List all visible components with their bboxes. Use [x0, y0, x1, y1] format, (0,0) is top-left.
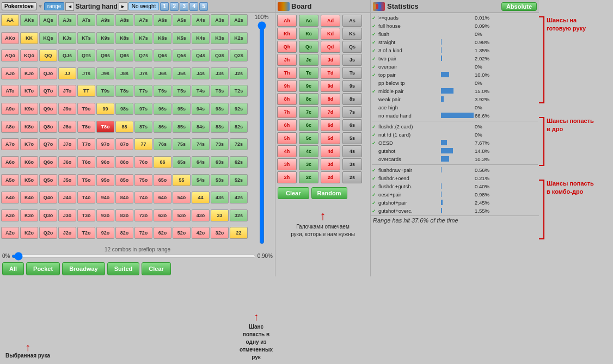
matrix-cell[interactable]: A3s: [211, 14, 229, 26]
matrix-cell[interactable]: 98s: [115, 103, 133, 115]
matrix-cell[interactable]: K8s: [115, 32, 133, 44]
board-card[interactable]: Kd: [321, 28, 340, 40]
matrix-cell[interactable]: 96s: [154, 103, 171, 115]
matrix-cell[interactable]: J9o: [58, 103, 76, 115]
board-card[interactable]: Qh: [277, 41, 297, 53]
matrix-cell[interactable]: 92o: [96, 227, 114, 239]
matrix-cell[interactable]: A6o: [1, 156, 19, 168]
matrix-cell[interactable]: 42s: [230, 192, 248, 203]
board-card[interactable]: Th: [277, 67, 297, 79]
matrix-cell[interactable]: AJs: [58, 14, 76, 26]
matrix-cell[interactable]: T4s: [192, 85, 210, 97]
board-card[interactable]: Kh: [277, 28, 297, 40]
matrix-cell[interactable]: T8s: [115, 85, 133, 97]
board-card[interactable]: 3c: [299, 158, 318, 170]
matrix-cell[interactable]: 85s: [173, 121, 191, 133]
matrix-cell[interactable]: 96o: [96, 156, 114, 168]
matrix-cell[interactable]: T8o: [77, 121, 95, 133]
num-btn-1[interactable]: 1: [160, 2, 169, 11]
matrix-cell[interactable]: AJo: [1, 67, 19, 79]
matrix-cell[interactable]: 83s: [211, 121, 229, 133]
matrix-cell[interactable]: J4o: [58, 192, 76, 203]
random-board-button[interactable]: Random: [311, 187, 347, 199]
matrix-cell[interactable]: KJs: [58, 32, 76, 44]
matrix-cell[interactable]: KJo: [20, 67, 38, 79]
board-card[interactable]: Ac: [299, 15, 318, 27]
matrix-cell[interactable]: K3s: [211, 32, 229, 44]
matrix-cell[interactable]: 87o: [115, 138, 133, 150]
pokerstove-button[interactable]: Pokerstove: [2, 2, 36, 10]
matrix-cell[interactable]: K8o: [20, 121, 38, 133]
prev-button[interactable]: ◄: [65, 2, 74, 11]
matrix-cell[interactable]: K7o: [20, 138, 38, 150]
board-card[interactable]: 8d: [321, 93, 340, 105]
matrix-cell[interactable]: A7s: [134, 14, 152, 26]
matrix-cell[interactable]: 33: [211, 209, 229, 221]
matrix-cell[interactable]: Q8s: [115, 50, 133, 61]
matrix-cell[interactable]: 75s: [173, 138, 191, 150]
board-card[interactable]: Qs: [342, 41, 362, 53]
board-card[interactable]: 3d: [321, 158, 340, 170]
matrix-cell[interactable]: J5o: [58, 174, 76, 186]
matrix-cell[interactable]: JTo: [58, 85, 76, 97]
matrix-cell[interactable]: 82o: [115, 227, 133, 239]
board-card[interactable]: 8s: [342, 93, 362, 105]
matrix-cell[interactable]: J6s: [154, 67, 171, 79]
weight-slider[interactable]: [256, 21, 267, 244]
matrix-cell[interactable]: A9s: [96, 14, 114, 26]
matrix-cell[interactable]: Q9o: [39, 103, 57, 115]
board-card[interactable]: 9s: [342, 80, 362, 92]
board-card[interactable]: Qd: [321, 41, 340, 53]
no-weight-button[interactable]: No weight: [128, 2, 159, 10]
matrix-cell[interactable]: JTs: [77, 67, 95, 79]
matrix-cell[interactable]: QTs: [77, 50, 95, 61]
board-card[interactable]: Kc: [299, 28, 318, 40]
board-card[interactable]: 5s: [342, 132, 362, 144]
absolute-button[interactable]: Absolute: [501, 2, 537, 11]
matrix-cell[interactable]: Q2o: [39, 227, 57, 239]
matrix-cell[interactable]: T6o: [77, 156, 95, 168]
matrix-cell[interactable]: 92s: [230, 103, 248, 115]
matrix-cell[interactable]: T4o: [77, 192, 95, 203]
matrix-cell[interactable]: T2s: [230, 85, 248, 97]
range-slider[interactable]: [11, 255, 255, 258]
matrix-cell[interactable]: J6o: [58, 156, 76, 168]
matrix-cell[interactable]: 74s: [192, 138, 210, 150]
matrix-cell[interactable]: 94o: [96, 192, 114, 203]
matrix-cell[interactable]: 32s: [230, 209, 248, 221]
matrix-cell[interactable]: K2s: [230, 32, 248, 44]
matrix-cell[interactable]: T2o: [77, 227, 95, 239]
matrix-cell[interactable]: Q5s: [173, 50, 191, 61]
board-card[interactable]: 5h: [277, 132, 297, 144]
matrix-cell[interactable]: J7s: [134, 67, 152, 79]
matrix-cell[interactable]: T7s: [134, 85, 152, 97]
suited-button[interactable]: Suited: [107, 262, 140, 275]
board-card[interactable]: Ah: [277, 15, 297, 27]
matrix-cell[interactable]: T9s: [96, 85, 114, 97]
board-card[interactable]: 2h: [277, 171, 297, 183]
matrix-cell[interactable]: 72o: [134, 227, 152, 239]
matrix-cell[interactable]: QQ: [39, 50, 57, 61]
matrix-cell[interactable]: 52s: [230, 174, 248, 186]
matrix-cell[interactable]: Q8o: [39, 121, 57, 133]
matrix-cell[interactable]: 75o: [134, 174, 152, 186]
board-card[interactable]: Jd: [321, 54, 340, 66]
matrix-cell[interactable]: 53s: [211, 174, 229, 186]
matrix-cell[interactable]: 63o: [154, 209, 171, 221]
pocket-button[interactable]: Pocket: [26, 262, 60, 275]
board-card[interactable]: 8c: [299, 93, 318, 105]
matrix-cell[interactable]: A5o: [1, 174, 19, 186]
matrix-cell[interactable]: AQo: [1, 50, 19, 61]
matrix-cell[interactable]: T7o: [77, 138, 95, 150]
board-card[interactable]: 4d: [321, 145, 340, 157]
matrix-cell[interactable]: 88: [115, 121, 133, 133]
matrix-cell[interactable]: 73o: [134, 209, 152, 221]
matrix-cell[interactable]: 43o: [192, 209, 210, 221]
board-card[interactable]: 7s: [342, 106, 362, 118]
matrix-cell[interactable]: 95o: [96, 174, 114, 186]
board-card[interactable]: 4s: [342, 145, 362, 157]
matrix-cell[interactable]: K5s: [173, 32, 191, 44]
board-card[interactable]: 2d: [321, 171, 340, 183]
clear-hand-button[interactable]: Clear: [142, 262, 171, 275]
matrix-cell[interactable]: 43s: [211, 192, 229, 203]
